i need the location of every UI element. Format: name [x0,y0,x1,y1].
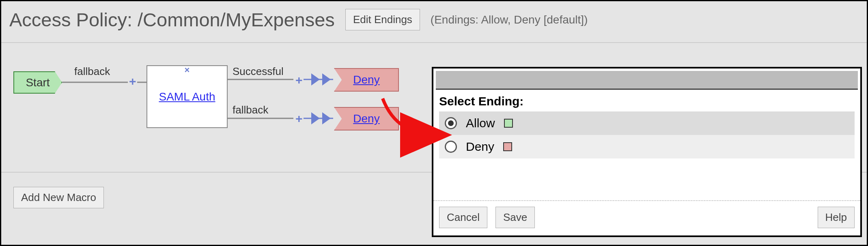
color-swatch-icon [503,142,512,151]
dialog-heading: Select Ending: [439,94,855,108]
save-button[interactable]: Save [495,207,535,228]
ending-option-label: Deny [466,140,494,154]
start-label: Start [26,76,50,89]
start-node[interactable]: Start [13,71,62,94]
close-icon[interactable]: × [185,65,190,75]
ending-link[interactable]: Deny [353,73,379,86]
dialog-body: Select Ending: Allow Deny [433,90,860,200]
edge-label-fallback2: fallback [233,104,268,116]
ending-link[interactable]: Deny [353,112,379,125]
select-ending-dialog: Select Ending: Allow Deny Cancel Save He… [432,67,862,237]
add-node-icon[interactable]: + [295,73,303,87]
ending-option-allow[interactable]: Allow [439,111,855,135]
ending-option-label: Allow [466,116,495,130]
add-new-macro-button[interactable]: Add New Macro [13,187,104,208]
dialog-footer: Cancel Save Help [433,200,860,235]
spacer [543,207,809,228]
edge-label-successful: Successful [233,65,284,78]
radio-icon [445,117,457,129]
color-swatch-icon [504,119,513,128]
edit-endings-button[interactable]: Edit Endings [345,9,420,30]
cancel-button[interactable]: Cancel [439,207,487,228]
saml-auth-link[interactable]: SAML Auth [159,90,215,103]
add-node-icon[interactable]: + [129,75,136,88]
radio-icon [445,141,457,153]
page-title: Access Policy: /Common/MyExpenses [9,9,335,31]
saml-auth-node[interactable]: × SAML Auth [146,65,228,128]
header-bar: Access Policy: /Common/MyExpenses Edit E… [1,1,867,43]
help-button[interactable]: Help [818,207,855,228]
ending-node-deny-2[interactable]: Deny [334,107,399,130]
dialog-titlebar[interactable] [436,71,858,90]
ending-node-deny-1[interactable]: Deny [334,68,399,92]
edge-label-fallback1: fallback [74,65,110,78]
add-node-icon[interactable]: + [295,112,303,126]
endings-note: (Endings: Allow, Deny [default]) [431,13,588,26]
ending-option-deny[interactable]: Deny [439,135,855,158]
